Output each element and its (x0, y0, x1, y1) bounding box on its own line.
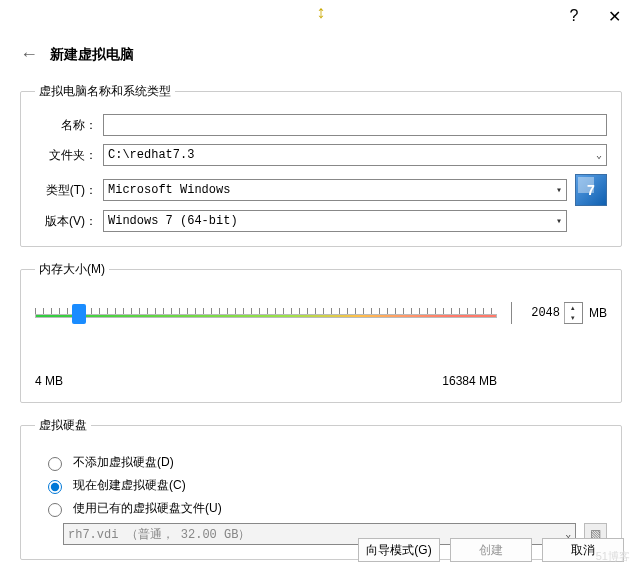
memory-slider[interactable] (35, 298, 497, 334)
slider-track (35, 314, 497, 318)
radio-create-disk-input[interactable] (48, 480, 62, 494)
back-button[interactable]: ← (20, 44, 38, 65)
type-value: Microsoft Windows (108, 183, 230, 197)
chevron-down-icon: ⌄ (596, 149, 602, 161)
radio-create-disk-label: 现在创建虚拟硬盘(C) (73, 477, 186, 494)
group-name-type: 虚拟电脑名称和系统类型 名称： 文件夹： C:\redhat7.3 ⌄ 类型(T… (20, 83, 622, 247)
spinner-up-icon[interactable]: ▴ (565, 303, 580, 313)
memory-input[interactable] (512, 302, 564, 324)
guided-mode-button[interactable]: 向导模式(G) (358, 538, 440, 562)
radio-no-disk-input[interactable] (48, 457, 62, 471)
dialog-header: ← 新建虚拟电脑 (0, 32, 642, 83)
name-input[interactable] (103, 114, 607, 136)
spinner-down-icon[interactable]: ▾ (565, 313, 580, 323)
folder-combo[interactable]: C:\redhat7.3 ⌄ (103, 144, 607, 166)
version-value: Windows 7 (64-bit) (108, 214, 238, 228)
existing-disk-value: rh7.vdi （普通， 32.00 GB） (68, 526, 250, 543)
group-memory: 内存大小(M) 4 MB 16384 MB ▴ ▾ (20, 261, 622, 403)
radio-no-disk-label: 不添加虚拟硬盘(D) (73, 454, 174, 471)
memory-spinner[interactable]: ▴ ▾ (511, 302, 583, 324)
dialog-title: 新建虚拟电脑 (50, 46, 134, 64)
memory-min-label: 4 MB (35, 374, 63, 388)
group-disk-legend: 虚拟硬盘 (35, 417, 91, 434)
close-button[interactable]: ✕ (594, 0, 634, 32)
cancel-button[interactable]: 取消 (542, 538, 624, 562)
chevron-down-icon: ▾ (556, 215, 562, 227)
folder-value: C:\redhat7.3 (108, 148, 194, 162)
dialog-footer: 向导模式(G) 创建 取消 (358, 538, 624, 562)
os-icon: 7 (575, 174, 607, 206)
version-select[interactable]: Windows 7 (64-bit) ▾ (103, 210, 567, 232)
slider-thumb[interactable] (72, 304, 86, 324)
version-label: 版本(V)： (35, 213, 103, 230)
folder-label: 文件夹： (35, 147, 103, 164)
radio-existing-disk[interactable]: 使用已有的虚拟硬盘文件(U) (43, 500, 607, 517)
resize-cursor-icon: ↕ (317, 2, 326, 23)
type-select[interactable]: Microsoft Windows ▾ (103, 179, 567, 201)
memory-max-label: 16384 MB (442, 374, 497, 388)
group-memory-legend: 内存大小(M) (35, 261, 109, 278)
name-label: 名称： (35, 117, 103, 134)
radio-no-disk[interactable]: 不添加虚拟硬盘(D) (43, 454, 607, 471)
radio-existing-disk-label: 使用已有的虚拟硬盘文件(U) (73, 500, 222, 517)
radio-existing-disk-input[interactable] (48, 503, 62, 517)
memory-unit: MB (589, 306, 607, 320)
chevron-down-icon: ▾ (556, 184, 562, 196)
group-name-type-legend: 虚拟电脑名称和系统类型 (35, 83, 175, 100)
help-button[interactable]: ? (554, 0, 594, 32)
type-label: 类型(T)： (35, 182, 103, 199)
os-icon-label: 7 (587, 182, 595, 198)
create-button[interactable]: 创建 (450, 538, 532, 562)
radio-create-disk[interactable]: 现在创建虚拟硬盘(C) (43, 477, 607, 494)
